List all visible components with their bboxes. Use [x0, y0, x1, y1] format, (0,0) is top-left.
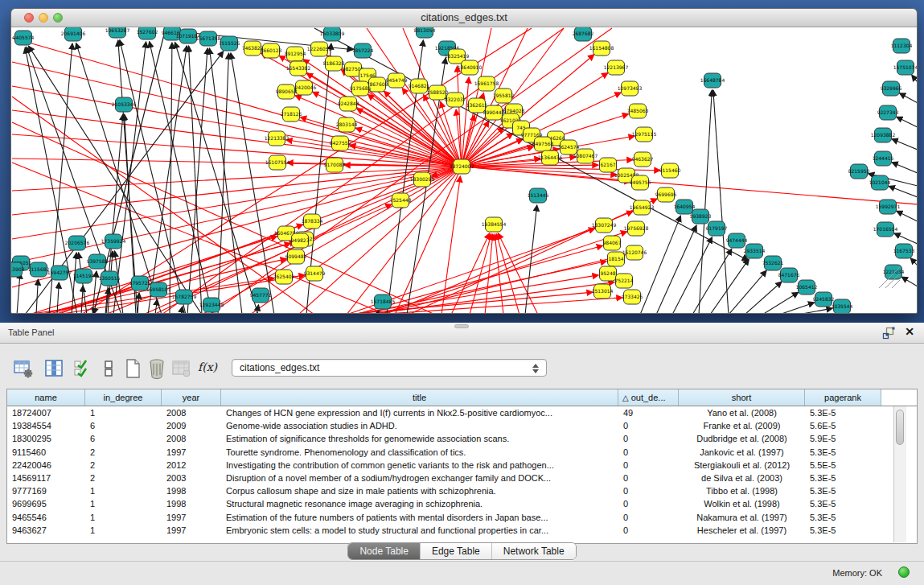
- graph-node[interactable]: 2687682: [573, 27, 594, 41]
- table-row[interactable]: 911546021997Tourette syndrome. Phenomeno…: [7, 446, 917, 459]
- table-scrollbar[interactable]: [893, 406, 906, 542]
- graph-node[interactable]: 7525448: [390, 193, 412, 208]
- graph-node[interactable]: 9397588: [87, 254, 109, 269]
- new-table-icon[interactable]: [122, 358, 143, 379]
- column-header-short[interactable]: short: [679, 389, 805, 406]
- graph-node[interactable]: 16648784: [700, 73, 725, 88]
- graph-node[interactable]: 1221034: [883, 265, 905, 279]
- graph-edge[interactable]: [138, 293, 139, 314]
- memory-ok-indicator[interactable]: [898, 566, 910, 578]
- select-all-icon[interactable]: [72, 358, 93, 379]
- graph-node[interactable]: 9495756: [630, 175, 651, 190]
- graph-edge[interactable]: [910, 258, 918, 266]
- row-height-icon[interactable]: [98, 358, 119, 379]
- graph-edge[interactable]: [672, 237, 713, 314]
- tab-node-table[interactable]: Node Table: [348, 543, 420, 559]
- graph-node[interactable]: 984067: [603, 236, 622, 250]
- function-builder-icon[interactable]: f(x): [198, 360, 219, 381]
- graph-edge[interactable]: [17, 273, 20, 314]
- graph-edge[interactable]: [209, 48, 242, 314]
- graph-edge[interactable]: [692, 249, 732, 314]
- column-header-in_degree[interactable]: in_degree: [85, 389, 162, 406]
- graph-edge[interactable]: [12, 110, 462, 167]
- tab-network-table[interactable]: Network Table: [491, 543, 576, 559]
- graph-edge[interactable]: [303, 60, 462, 167]
- graph-edge[interactable]: [202, 167, 462, 314]
- column-header-pagerank[interactable]: pagerank: [805, 389, 881, 406]
- graph-node[interactable]: 1145194: [73, 269, 95, 283]
- table-row[interactable]: 2242004622012Investigating the contribut…: [7, 459, 917, 472]
- canvas-resize-grip[interactable]: [892, 280, 900, 288]
- graph-node[interactable]: 1350515: [99, 271, 121, 286]
- graph-edge[interactable]: [57, 282, 59, 314]
- graph-node[interactable]: 8454749: [386, 73, 408, 88]
- graph-node[interactable]: 12213383: [265, 131, 290, 146]
- graph-edge[interactable]: [892, 139, 918, 150]
- graph-node[interactable]: 1513014: [592, 284, 614, 299]
- graph-node[interactable]: 1021044: [869, 175, 891, 190]
- table-settings-icon[interactable]: [13, 358, 34, 379]
- graph-edge[interactable]: [350, 145, 462, 167]
- graph-edge[interactable]: [375, 298, 622, 314]
- graph-node[interactable]: 8813054: [414, 27, 436, 38]
- graph-node[interactable]: 8660123: [261, 43, 282, 58]
- graph-node[interactable]: 8471676: [778, 268, 800, 282]
- graph-node[interactable]: 1065412: [796, 280, 818, 295]
- graph-edge[interactable]: [729, 270, 766, 314]
- graph-node[interactable]: 8322037: [445, 93, 466, 107]
- graph-node[interactable]: 21053346: [112, 97, 137, 112]
- graph-node[interactable]: 7532621: [762, 256, 784, 270]
- graph-edge[interactable]: [72, 253, 76, 314]
- graph-node[interactable]: 9457771: [250, 288, 272, 303]
- table-row[interactable]: 1456911722003Disruption of a novel membe…: [7, 472, 917, 484]
- column-header-title[interactable]: title: [221, 389, 618, 406]
- graph-node[interactable]: 16033809: [320, 27, 345, 41]
- graph-edge[interactable]: [897, 211, 918, 221]
- graph-node[interactable]: 1244415: [873, 151, 894, 166]
- graph-edge[interactable]: [710, 259, 749, 314]
- graph-node[interactable]: 15718485: [371, 295, 396, 309]
- graph-node[interactable]: 9405574: [13, 31, 35, 45]
- graph-node[interactable]: 2933514: [744, 244, 766, 258]
- graph-node[interactable]: 17016504: [873, 222, 898, 237]
- graph-node[interactable]: 12093882: [871, 128, 896, 142]
- graph-node[interactable]: 15992971: [876, 200, 901, 214]
- graph-node[interactable]: 1878334: [302, 214, 323, 229]
- graph-edge[interactable]: [12, 167, 462, 191]
- graph-edge[interactable]: [892, 163, 918, 173]
- graph-edge[interactable]: [912, 75, 918, 82]
- table-row[interactable]: 977716911998Corpus callosum shape and si…: [7, 484, 917, 497]
- graph-edge[interactable]: [12, 163, 387, 314]
- graph-node[interactable]: 9463627: [632, 152, 654, 167]
- graph-node[interactable]: 19384554: [482, 217, 507, 232]
- graph-edge[interactable]: [181, 307, 183, 314]
- graph-node[interactable]: 16107554: [265, 155, 290, 170]
- citation-graph[interactable]: 1872400719384554183002959405574206914061…: [11, 27, 918, 314]
- graph-node[interactable]: 9699695: [655, 187, 677, 202]
- graph-node[interactable]: 6179197: [706, 221, 728, 236]
- graph-node[interactable]: 95248: [600, 266, 617, 281]
- graph-edge[interactable]: [458, 66, 462, 167]
- graph-node[interactable]: 20206576: [65, 236, 90, 250]
- table-row[interactable]: 946362711997Embryonic stem cells: a mode…: [7, 524, 917, 537]
- graph-edge[interactable]: [218, 53, 229, 314]
- window-title-bar[interactable]: citations_edges.txt: [11, 9, 917, 27]
- graph-edge[interactable]: [901, 277, 918, 286]
- graph-edge[interactable]: [897, 117, 918, 127]
- graph-edge[interactable]: [12, 167, 462, 215]
- graph-node[interactable]: 7857224: [352, 43, 374, 58]
- graph-edge[interactable]: [12, 38, 462, 167]
- graph-node[interactable]: 7625402: [273, 270, 295, 284]
- graph-node[interactable]: 9175685: [350, 81, 372, 96]
- graph-node[interactable]: 9329966: [881, 81, 902, 96]
- graph-node[interactable]: 1527602: [137, 27, 158, 39]
- graph-edge[interactable]: [745, 282, 782, 314]
- tab-edge-table[interactable]: Edge Table: [420, 543, 491, 559]
- table-selector[interactable]: citations_edges.txt: [232, 359, 547, 377]
- graph-node[interactable]: 16120746: [622, 245, 647, 260]
- graph-node[interactable]: 9890653: [276, 84, 298, 99]
- graph-node[interactable]: 9474444: [726, 233, 748, 248]
- graph-node[interactable]: 17359924: [101, 234, 126, 249]
- table-row[interactable]: 946554611997Estimation of the future num…: [7, 511, 917, 524]
- graph-edge[interactable]: [894, 233, 918, 244]
